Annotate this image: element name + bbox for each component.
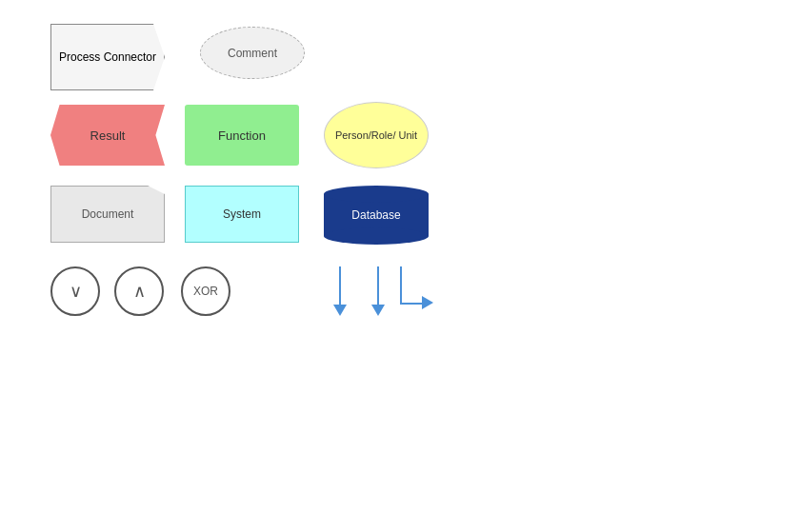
process-connector-label: Process Connector (59, 50, 156, 64)
comment-label: Comment (228, 47, 277, 60)
logic-or-shape: ∨ (50, 266, 100, 316)
person-role-shape: Person/Role/ Unit (324, 102, 429, 168)
logic-xor-shape: XOR (181, 266, 230, 316)
arrow-down-2 (371, 266, 385, 316)
arrow-l-head (422, 296, 433, 309)
logic-xor-label: XOR (193, 285, 218, 298)
system-shape: System (185, 186, 299, 243)
diagram-canvas: Process Connector Comment Result Functio… (0, 0, 800, 532)
process-connector-shape: Process Connector (50, 24, 165, 90)
function-shape: Function (185, 105, 299, 166)
database-shape: Database (324, 186, 429, 252)
person-role-label: Person/Role/ Unit (335, 129, 417, 141)
logic-and-shape: ∧ (114, 266, 164, 316)
arrow-head-1 (333, 305, 347, 316)
arrow-line-2 (377, 266, 379, 305)
arrow-down-1 (333, 266, 347, 316)
arrow-line-1 (339, 266, 341, 305)
logic-or-label: ∨ (70, 281, 82, 302)
db-top (324, 186, 429, 203)
document-shape: Document (50, 186, 165, 243)
database-label: Database (351, 208, 400, 222)
logic-and-label: ∧ (133, 281, 146, 302)
db-bottom (324, 227, 429, 245)
result-shape: Result (50, 105, 165, 166)
result-label: Result (90, 128, 126, 143)
document-label: Document (82, 207, 134, 221)
comment-shape: Comment (200, 27, 305, 79)
arrow-l-vertical (400, 266, 402, 305)
arrow-head-2 (371, 305, 385, 316)
function-label: Function (218, 128, 266, 143)
system-label: System (223, 207, 261, 221)
